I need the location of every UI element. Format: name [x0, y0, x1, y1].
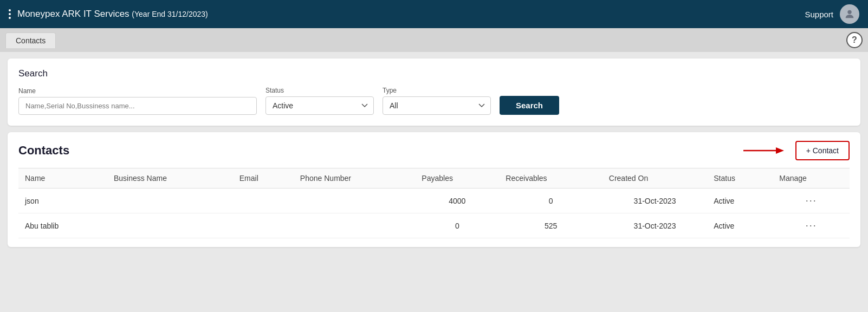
status-select[interactable]: Active Inactive All: [265, 96, 374, 115]
col-name: Name: [18, 168, 107, 188]
cell-created: 31-Oct-2023: [603, 188, 707, 213]
cell-business: [107, 188, 233, 213]
cell-payables: 0: [415, 213, 499, 238]
col-payables: Payables: [415, 168, 499, 188]
search-section-title: Search: [18, 68, 850, 79]
cell-status: Active: [707, 213, 773, 238]
header-left: Moneypex ARK IT Services (Year End 31/12…: [9, 9, 208, 20]
col-phone: Phone Number: [294, 168, 415, 188]
add-contact-button[interactable]: + Contact: [795, 141, 850, 160]
status-label: Status: [265, 87, 374, 94]
col-business: Business Name: [107, 168, 233, 188]
table-row: json 4000 0 31-Oct-2023 Active ···: [18, 188, 850, 213]
cell-manage[interactable]: ···: [773, 213, 850, 238]
header-right: Support: [805, 4, 859, 24]
manage-dots[interactable]: ···: [806, 220, 817, 231]
year-end: (Year End 31/12/2023): [132, 10, 208, 18]
search-button[interactable]: Search: [500, 96, 559, 115]
svg-marker-2: [776, 147, 784, 154]
top-header: Moneypex ARK IT Services (Year End 31/12…: [0, 0, 868, 28]
svg-point-0: [847, 10, 851, 14]
cell-payables: 4000: [415, 188, 499, 213]
search-fields: Name Status Active Inactive All Type All…: [18, 87, 850, 115]
main-content: Search Name Status Active Inactive All T…: [0, 52, 868, 253]
col-email: Email: [233, 168, 294, 188]
cell-phone: [294, 213, 415, 238]
col-receivables: Receivables: [499, 168, 602, 188]
cell-email: [233, 188, 294, 213]
type-label: Type: [383, 87, 491, 94]
contacts-header: Contacts + Contact: [18, 141, 850, 160]
cell-status: Active: [707, 188, 773, 213]
menu-dots-icon[interactable]: [9, 9, 11, 19]
col-manage: Manage: [773, 168, 850, 188]
table-body: json 4000 0 31-Oct-2023 Active ··· Abu t…: [18, 188, 850, 238]
status-field-group: Status Active Inactive All: [265, 87, 374, 115]
user-avatar[interactable]: [840, 4, 859, 24]
app-name: Moneypex ARK IT Services: [17, 9, 129, 19]
name-label: Name: [18, 87, 257, 95]
name-input[interactable]: [18, 97, 257, 115]
avatar-icon: [844, 8, 856, 20]
type-field-group: Type All Customer Supplier: [383, 87, 491, 115]
table-header-row: Name Business Name Email Phone Number Pa…: [18, 168, 850, 188]
cell-receivables: 0: [499, 188, 602, 213]
type-select[interactable]: All Customer Supplier: [383, 96, 491, 115]
name-field-group: Name: [18, 87, 257, 115]
table-row: Abu tablib 0 525 31-Oct-2023 Active ···: [18, 213, 850, 238]
manage-dots[interactable]: ···: [806, 195, 817, 206]
contacts-header-right: + Contact: [743, 141, 850, 160]
contacts-table: Name Business Name Email Phone Number Pa…: [18, 168, 850, 238]
cell-business: [107, 213, 233, 238]
col-created: Created On: [603, 168, 707, 188]
table-header: Name Business Name Email Phone Number Pa…: [18, 168, 850, 188]
cell-manage[interactable]: ···: [773, 188, 850, 213]
col-status: Status: [707, 168, 773, 188]
cell-name: Abu tablib: [18, 213, 107, 238]
support-link[interactable]: Support: [805, 10, 833, 19]
red-arrow-svg: [743, 144, 787, 157]
contacts-card: Contacts + Contact Name Business Name Em…: [8, 132, 860, 247]
cell-receivables: 525: [499, 213, 602, 238]
help-icon[interactable]: ?: [846, 32, 863, 48]
app-title: Moneypex ARK IT Services (Year End 31/12…: [17, 9, 208, 20]
cell-email: [233, 213, 294, 238]
sub-nav: Contacts ?: [0, 28, 868, 52]
cell-phone: [294, 188, 415, 213]
arrow-icon: [743, 144, 787, 157]
contacts-title: Contacts: [18, 144, 69, 158]
cell-created: 31-Oct-2023: [603, 213, 707, 238]
search-card: Search Name Status Active Inactive All T…: [8, 58, 860, 126]
contacts-tab[interactable]: Contacts: [5, 32, 56, 48]
cell-name: json: [18, 188, 107, 213]
